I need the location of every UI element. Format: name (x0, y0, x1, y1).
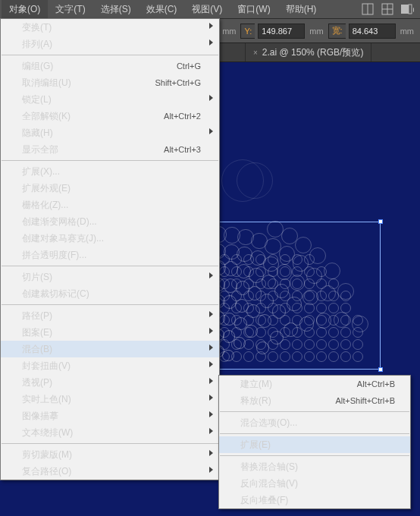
menubar-item-help[interactable]: 帮助(H) (278, 0, 324, 18)
menu-separator (220, 455, 409, 456)
menu-pattern[interactable]: 图案(E) (1, 324, 219, 341)
submenu-arrow-icon (209, 328, 213, 334)
object-menu: 变换(T) 排列(A) 编组(G)Ctrl+G 取消编组(U)Shift+Ctr… (0, 18, 220, 480)
submenu-reverse-front[interactable]: 反向堆叠(F) (219, 492, 410, 508)
workspace-switch-icon[interactable] (400, 2, 414, 16)
submenu-release[interactable]: 释放(R)Alt+Shift+Ctrl+B (219, 392, 410, 409)
menu-rasterize[interactable]: 栅格化(Z)... (1, 197, 219, 213)
document-tab-2[interactable]: × 2.ai @ 150% (RGB/预览) (246, 43, 371, 61)
menu-path[interactable]: 路径(P) (1, 307, 219, 324)
menu-compound-path[interactable]: 复合路径(O) (1, 463, 219, 480)
unit-label: mm (308, 27, 324, 36)
menu-show-all: 显示全部Alt+Ctrl+3 (1, 141, 219, 158)
submenu-arrow-icon (209, 272, 213, 278)
menubar-right-icons (361, 2, 418, 16)
w-field: 宽: mm (328, 24, 415, 39)
menu-hide[interactable]: 隐藏(H) (1, 124, 219, 141)
menu-expand[interactable]: 扩展(X)... (1, 163, 219, 180)
submenu-make[interactable]: 建立(M)Alt+Ctrl+B (219, 376, 410, 392)
svg-rect-5 (401, 5, 409, 14)
menu-separator (220, 433, 409, 434)
menubar: 对象(O) 文字(T) 选择(S) 效果(C) 视图(V) 窗口(W) 帮助(H… (0, 0, 420, 18)
menubar-item-view[interactable]: 视图(V) (184, 0, 230, 18)
menu-transform[interactable]: 变换(T) (1, 19, 219, 36)
y-input[interactable] (258, 24, 305, 39)
menu-clipping-mask[interactable]: 剪切蒙版(M) (1, 446, 219, 463)
submenu-arrow-icon (209, 361, 213, 367)
submenu-reverse-spine[interactable]: 反向混合轴(V) (219, 475, 410, 492)
menu-separator (2, 266, 218, 266)
menu-trim-marks[interactable]: 创建裁切标记(C) (1, 285, 219, 302)
menu-slice[interactable]: 切片(S) (1, 269, 219, 285)
menu-mosaic[interactable]: 创建对象马赛克(J)... (1, 230, 219, 247)
layout-icon[interactable] (361, 2, 375, 16)
svg-rect-6 (409, 5, 412, 14)
w-label: 宽: (328, 24, 346, 39)
grid-icon[interactable] (381, 2, 394, 16)
submenu-arrow-icon (209, 411, 213, 417)
w-input[interactable] (349, 24, 396, 39)
submenu-replace-spine: 替换混合轴(S) (219, 458, 410, 475)
submenu-arrow-icon (209, 23, 213, 29)
menubar-item-effect[interactable]: 效果(C) (139, 0, 185, 18)
submenu-arrow-icon (209, 39, 213, 46)
menubar-item-select[interactable]: 选择(S) (93, 0, 139, 18)
menubar-item-type[interactable]: 文字(T) (48, 0, 92, 18)
submenu-arrow-icon (209, 128, 213, 134)
menu-expand-appearance: 扩展外观(E) (1, 180, 219, 197)
menu-envelope[interactable]: 封套扭曲(V) (1, 357, 219, 374)
menubar-item-object[interactable]: 对象(O) (2, 0, 48, 18)
menu-separator (2, 304, 218, 305)
submenu-arrow-icon (209, 311, 213, 317)
blend-submenu: 建立(M)Alt+Ctrl+B 释放(R)Alt+Shift+Ctrl+B 混合… (218, 375, 411, 509)
submenu-arrow-icon (209, 345, 213, 351)
menu-text-wrap[interactable]: 文本绕排(W) (1, 424, 219, 441)
menu-group[interactable]: 编组(G)Ctrl+G (1, 58, 219, 74)
menubar-item-window[interactable]: 窗口(W) (230, 0, 277, 18)
menu-separator (220, 411, 409, 412)
menu-separator (2, 160, 218, 161)
submenu-arrow-icon (209, 450, 213, 456)
menu-separator (2, 55, 218, 55)
submenu-arrow-icon (209, 467, 213, 473)
menu-live-paint[interactable]: 实时上色(N) (1, 391, 219, 407)
submenu-arrow-icon (209, 428, 213, 434)
menu-image-trace[interactable]: 图像描摹 (1, 407, 219, 424)
y-field: Y: mm (240, 24, 324, 39)
tab-label: 2.ai @ 150% (RGB/预览) (262, 46, 364, 59)
close-tab-icon[interactable]: × (253, 49, 258, 57)
submenu-arrow-icon (209, 95, 213, 101)
menu-separator (2, 443, 218, 444)
menu-flatten[interactable]: 拼合透明度(F)... (1, 247, 219, 263)
submenu-arrow-icon (209, 378, 213, 384)
y-label: Y: (240, 24, 255, 39)
menu-arrange[interactable]: 排列(A) (1, 36, 219, 52)
submenu-arrow-icon (209, 395, 213, 401)
unit-label: mm (399, 27, 415, 36)
unit-label: mm (221, 27, 237, 36)
menu-blend[interactable]: 混合(B) (1, 341, 219, 357)
menu-gradient-mesh[interactable]: 创建渐变网格(D)... (1, 213, 219, 230)
submenu-expand[interactable]: 扩展(E) (219, 436, 410, 453)
menu-lock[interactable]: 锁定(L) (1, 91, 219, 108)
menu-unlock-all[interactable]: 全部解锁(K)Alt+Ctrl+2 (1, 108, 219, 124)
submenu-options[interactable]: 混合选项(O)... (219, 414, 410, 431)
menu-ungroup[interactable]: 取消编组(U)Shift+Ctrl+G (1, 74, 219, 91)
menu-perspective[interactable]: 透视(P) (1, 374, 219, 391)
